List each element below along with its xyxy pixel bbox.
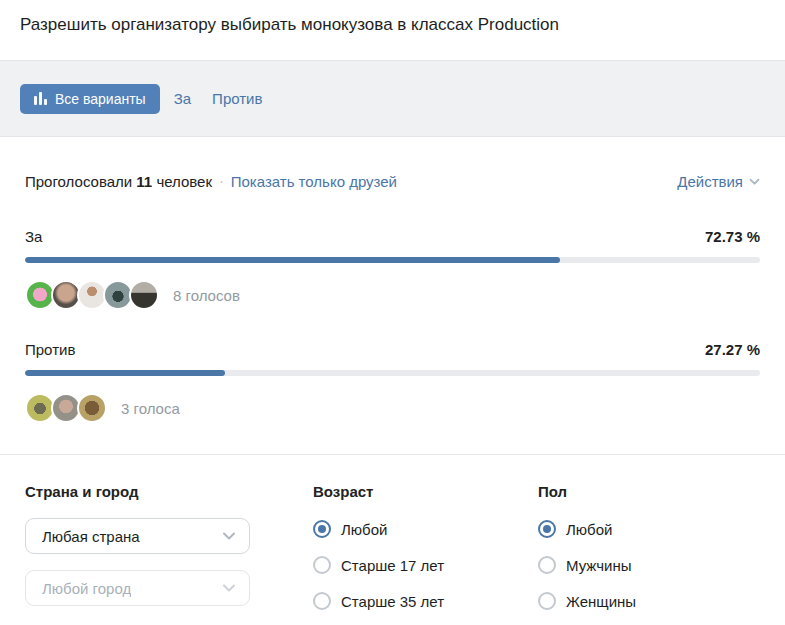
radio-label: Мужчины [566, 557, 631, 574]
progress-track [25, 257, 760, 263]
city-select[interactable]: Любой город [25, 570, 250, 606]
dot-separator: · [219, 173, 224, 189]
summary-row: Проголосовали 11 человек·Показать только… [25, 170, 760, 192]
tab-against[interactable]: Против [212, 90, 262, 107]
option-label: За [25, 228, 42, 245]
radio-icon [313, 592, 331, 610]
tab-bar: Все варианты За Против [0, 60, 785, 137]
tab-all-options[interactable]: Все варианты [20, 84, 160, 114]
voters-row: 3 голоса [25, 393, 760, 423]
voter-avatar[interactable] [129, 280, 159, 310]
radio-label: Старше 35 лет [341, 593, 444, 610]
votes-count-label: 8 голосов [173, 287, 240, 304]
chevron-down-icon [222, 584, 236, 593]
voted-prefix: Проголосовали [25, 173, 132, 190]
radio-gender-any[interactable]: Любой [538, 520, 636, 538]
chevron-down-icon [222, 532, 236, 541]
filter-age: Возраст Любой Старше 17 лет Старше 35 ле… [313, 482, 444, 610]
radio-label: Старше 17 лет [341, 557, 444, 574]
actions-dropdown[interactable]: Действия [677, 173, 760, 190]
voter-avatar[interactable] [77, 393, 107, 423]
radio-icon [313, 556, 331, 574]
filter-heading-gender: Пол [538, 482, 636, 501]
country-select[interactable]: Любая страна [25, 518, 250, 554]
poll-option-for: За 72.73 % 8 голосов [25, 228, 760, 310]
radio-label: Любой [341, 521, 387, 538]
voted-summary: Проголосовали 11 человек·Показать только… [25, 173, 397, 190]
poll-results-page: Разрешить организатору выбирать монокузо… [0, 0, 785, 625]
progress-fill [25, 370, 225, 376]
radio-age-any[interactable]: Любой [313, 520, 444, 538]
bar-chart-icon [34, 92, 47, 105]
voted-suffix: человек [156, 173, 212, 190]
filter-country-city: Страна и город Любая страна Любой город [25, 482, 250, 606]
option-header: Против 27.27 % [25, 341, 760, 361]
radio-icon [538, 592, 556, 610]
tab-all-options-label: Все варианты [55, 91, 146, 107]
actions-label: Действия [677, 173, 743, 190]
option-percent: 72.73 % [705, 228, 760, 245]
voted-count: 11 [136, 173, 152, 190]
voters-row: 8 голосов [25, 280, 760, 310]
radio-selected-icon [538, 520, 556, 538]
radio-label: Любой [566, 521, 612, 538]
filter-heading-location: Страна и город [25, 482, 250, 501]
chevron-down-icon [749, 178, 760, 186]
radio-selected-icon [313, 520, 331, 538]
poll-option-against: Против 27.27 % 3 голоса [25, 341, 760, 423]
radio-label: Женщины [566, 593, 636, 610]
filter-heading-age: Возраст [313, 482, 444, 501]
radio-icon [538, 556, 556, 574]
radio-gender-men[interactable]: Мужчины [538, 556, 636, 574]
radio-age-over-35[interactable]: Старше 35 лет [313, 592, 444, 610]
section-divider [0, 454, 785, 455]
country-select-value: Любая страна [42, 528, 140, 545]
filter-gender: Пол Любой Мужчины Женщины [538, 482, 636, 610]
radio-age-over-17[interactable]: Старше 17 лет [313, 556, 444, 574]
tab-for[interactable]: За [174, 90, 191, 107]
votes-count-label: 3 голоса [121, 400, 180, 417]
option-label: Против [25, 341, 75, 358]
option-percent: 27.27 % [705, 341, 760, 358]
poll-title: Разрешить организатору выбирать монокузо… [20, 14, 765, 36]
radio-gender-women[interactable]: Женщины [538, 592, 636, 610]
option-header: За 72.73 % [25, 228, 760, 248]
progress-fill [25, 257, 560, 263]
show-friends-link[interactable]: Показать только друзей [231, 173, 397, 190]
progress-track [25, 370, 760, 376]
city-select-placeholder: Любой город [42, 580, 131, 597]
